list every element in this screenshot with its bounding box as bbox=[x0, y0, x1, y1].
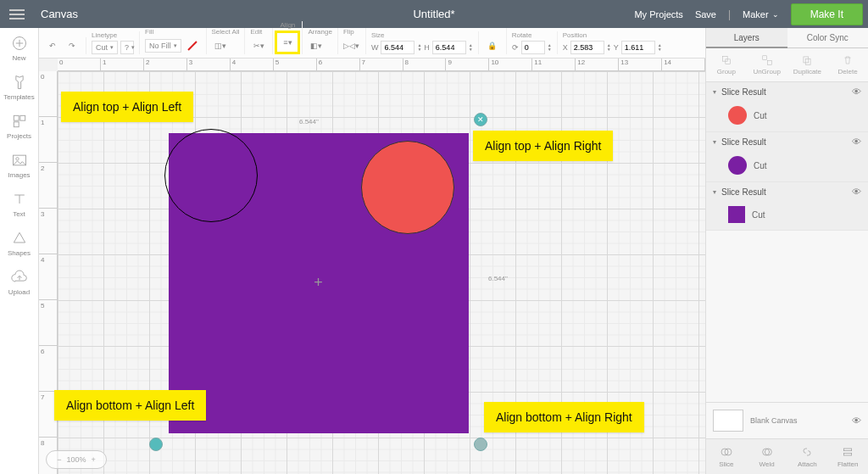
visibility-icon[interactable]: 👁 bbox=[852, 137, 861, 147]
note-top-left: Align top + Align Left bbox=[61, 92, 193, 122]
x-label: X bbox=[563, 43, 568, 52]
y-label: Y bbox=[614, 43, 619, 52]
zoom-control[interactable]: −100%+ bbox=[46, 450, 107, 469]
svg-rect-9 bbox=[762, 56, 766, 60]
my-projects-link[interactable]: My Projects bbox=[634, 9, 682, 20]
rotate-handle[interactable] bbox=[149, 438, 163, 451]
sidebar-projects[interactable]: Projects bbox=[0, 113, 39, 140]
flip-label: Flip bbox=[343, 28, 360, 36]
redo-button[interactable]: ↷ bbox=[64, 37, 81, 54]
svg-point-5 bbox=[15, 158, 18, 160]
resize-handle[interactable] bbox=[474, 438, 487, 451]
layer-name: Slice Result bbox=[721, 187, 766, 197]
rotate-icon: ⟳ bbox=[512, 43, 519, 52]
svg-rect-12 bbox=[806, 59, 811, 64]
property-toolbar: ↶ ↷ Linetype Cut ? Fill No Fill Select A… bbox=[39, 28, 705, 59]
selectall-label: Select All bbox=[212, 28, 240, 36]
menu-icon[interactable] bbox=[0, 9, 34, 20]
align-button[interactable]: ≡▾ bbox=[275, 31, 300, 54]
linetype-label: Linetype bbox=[92, 31, 134, 39]
svg-marker-6 bbox=[14, 232, 25, 243]
sidebar-shapes[interactable]: Shapes bbox=[0, 230, 39, 257]
machine-select[interactable]: Maker⌄ bbox=[743, 9, 779, 20]
tab-colorsync[interactable]: Color Sync bbox=[787, 28, 869, 48]
red-circle-shape[interactable] bbox=[361, 141, 454, 234]
right-panel: Layers Color Sync Group UnGroup Duplicat… bbox=[705, 28, 868, 474]
height-input[interactable] bbox=[432, 41, 466, 54]
edit-button[interactable]: ✂▾ bbox=[250, 37, 267, 54]
sidebar-new[interactable]: New bbox=[0, 35, 39, 62]
layer-swatch bbox=[728, 106, 747, 125]
save-link[interactable]: Save bbox=[695, 9, 716, 20]
slice-button[interactable]: Slice bbox=[706, 439, 747, 474]
svg-rect-18 bbox=[843, 453, 851, 455]
rotate-input[interactable] bbox=[521, 41, 545, 54]
svg-rect-7 bbox=[722, 56, 727, 61]
chevron-down-icon: ▾ bbox=[713, 88, 716, 96]
position-label: Position bbox=[563, 31, 662, 39]
lock-aspect-button[interactable]: 🔒 bbox=[484, 37, 501, 54]
layer-name: Slice Result bbox=[721, 87, 766, 97]
flatten-button[interactable]: Flatten bbox=[827, 439, 868, 474]
visibility-icon[interactable]: 👁 bbox=[852, 187, 861, 197]
lineweight-select[interactable]: ? bbox=[120, 41, 134, 54]
undo-button[interactable]: ↶ bbox=[44, 37, 61, 54]
layer-item[interactable]: ▾Slice Result👁Cut bbox=[706, 82, 868, 132]
size-label: Size bbox=[371, 31, 473, 39]
attach-button[interactable]: Attach bbox=[787, 439, 828, 474]
note-bottom-left: Align bottom + Align Left bbox=[54, 390, 206, 421]
fill-select[interactable]: No Fill bbox=[145, 39, 181, 53]
top-header: Canvas Untitled* My Projects Save | Make… bbox=[0, 0, 868, 28]
left-sidebar: New Templates Projects Images Text Shape… bbox=[0, 28, 39, 474]
visibility-icon[interactable]: 👁 bbox=[852, 415, 861, 426]
linetype-select[interactable]: Cut bbox=[92, 41, 118, 54]
layer-item[interactable]: ▾Slice Result👁Cut bbox=[706, 132, 868, 182]
svg-rect-10 bbox=[767, 61, 771, 65]
weld-button[interactable]: Weld bbox=[747, 439, 787, 474]
arrange-button[interactable]: ◧▾ bbox=[308, 37, 325, 54]
svg-rect-17 bbox=[843, 449, 851, 451]
align-label: Align bbox=[275, 21, 300, 29]
make-it-button[interactable]: Make It bbox=[791, 3, 863, 25]
delete-handle[interactable]: ✕ bbox=[474, 113, 487, 126]
canvas-thumb bbox=[713, 410, 743, 432]
canvas-area[interactable]: 01234567891011121314 0123456789 ✕ + 6.54… bbox=[39, 59, 705, 474]
layer-sublabel: Cut bbox=[754, 161, 767, 170]
w-label: W bbox=[371, 43, 379, 52]
h-label: H bbox=[424, 43, 430, 52]
svg-rect-2 bbox=[19, 115, 25, 120]
visibility-icon[interactable]: 👁 bbox=[852, 86, 861, 97]
canvas-preview[interactable]: Blank Canvas 👁 bbox=[706, 402, 868, 438]
y-input[interactable] bbox=[621, 41, 655, 54]
color-picker[interactable] bbox=[184, 37, 201, 54]
select-all-button[interactable]: ◫▾ bbox=[212, 37, 229, 54]
arrange-label: Arrange bbox=[308, 28, 331, 36]
duplicate-button[interactable]: Duplicate bbox=[787, 48, 828, 81]
note-bottom-right: Align bottom + Align Right bbox=[484, 402, 644, 432]
width-input[interactable] bbox=[381, 41, 415, 54]
sidebar-upload[interactable]: Upload bbox=[0, 269, 39, 296]
layer-item[interactable]: ▾Slice Result👁Cut bbox=[706, 182, 868, 231]
sidebar-templates[interactable]: Templates bbox=[0, 74, 39, 101]
chevron-down-icon: ▾ bbox=[713, 138, 716, 146]
svg-rect-3 bbox=[14, 122, 19, 127]
sidebar-images[interactable]: Images bbox=[0, 152, 39, 179]
flip-button[interactable]: ▷◁▾ bbox=[343, 37, 360, 54]
document-title: Untitled* bbox=[413, 8, 454, 20]
group-button[interactable]: Group bbox=[706, 48, 747, 81]
layer-swatch bbox=[728, 156, 747, 175]
x-input[interactable] bbox=[570, 41, 604, 54]
circle-outline-shape[interactable] bbox=[164, 129, 258, 222]
edit-label: Edit bbox=[250, 28, 267, 36]
note-top-right: Align top + Align Right bbox=[473, 131, 613, 161]
layer-sublabel: Cut bbox=[752, 210, 765, 220]
layer-swatch bbox=[728, 206, 745, 223]
layer-sublabel: Cut bbox=[754, 111, 767, 120]
delete-button[interactable]: Delete bbox=[827, 48, 868, 81]
rotate-label: Rotate bbox=[512, 31, 552, 39]
svg-rect-11 bbox=[804, 57, 809, 63]
ungroup-button[interactable]: UnGroup bbox=[747, 48, 787, 81]
sidebar-text[interactable]: Text bbox=[0, 191, 39, 218]
layer-name: Slice Result bbox=[721, 137, 766, 147]
tab-layers[interactable]: Layers bbox=[706, 28, 787, 48]
